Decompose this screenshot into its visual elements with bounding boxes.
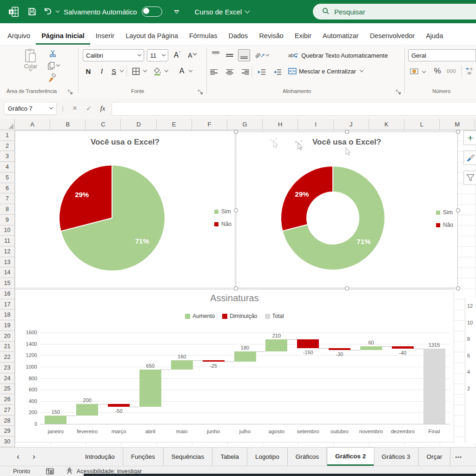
column-header-L[interactable]: L: [404, 119, 440, 130]
cut-button[interactable]: [47, 48, 58, 59]
ribbon-tab-revisao[interactable]: Revisão: [253, 27, 289, 45]
slice-nao[interactable]: [281, 166, 333, 231]
alignment-dialog-launcher[interactable]: [396, 88, 402, 94]
column-header-F[interactable]: F: [192, 119, 227, 130]
column-header-E[interactable]: E: [157, 119, 192, 130]
column-header-C[interactable]: C: [86, 119, 121, 130]
format-painter-button[interactable]: [46, 73, 58, 83]
row-header-16[interactable]: 16: [0, 289, 14, 299]
sheet-tab-introducao[interactable]: Introdução: [77, 448, 123, 466]
italic-button[interactable]: I: [97, 65, 107, 77]
sheet-tab-orcar[interactable]: Orçar: [419, 448, 451, 466]
waterfall-bar-junho[interactable]: [203, 360, 225, 362]
align-top-button[interactable]: [210, 50, 221, 60]
waterfall-bar-marco[interactable]: [108, 404, 130, 407]
waterfall-bar-fevereiro[interactable]: [76, 404, 98, 416]
ribbon-tab-dados[interactable]: Dados: [223, 27, 253, 45]
sheet-nav-prev-icon[interactable]: ‹: [10, 448, 26, 466]
legend-item-diminuicao[interactable]: Diminuição: [222, 313, 257, 319]
align-center-button[interactable]: [224, 67, 235, 77]
bold-button[interactable]: N: [83, 65, 94, 77]
legend-item-sim[interactable]: Sim: [436, 209, 453, 216]
donut-chart[interactable]: Você usa o Excel? 71%29% SimNão: [236, 132, 458, 288]
sheet-tab-graficos[interactable]: Gráficos: [288, 448, 327, 466]
workbook-name[interactable]: Curso de Excel: [195, 8, 250, 16]
row-header-19[interactable]: 19: [0, 320, 14, 331]
increase-indent-button[interactable]: [271, 67, 284, 77]
row-header-20[interactable]: 20: [0, 331, 14, 342]
row-header-18[interactable]: 18: [0, 310, 14, 320]
waterfall-bar-final[interactable]: [423, 349, 445, 424]
save-icon[interactable]: [27, 7, 37, 16]
accounting-format-button[interactable]: [408, 66, 420, 76]
row-header-29[interactable]: 29: [0, 426, 14, 436]
waterfall-bar-maio[interactable]: [171, 360, 193, 370]
column-header-H[interactable]: H: [263, 119, 298, 130]
enter-button[interactable]: ✓: [83, 102, 95, 115]
ribbon-tab-layout-da-pagina[interactable]: Layout da Página: [120, 27, 184, 45]
pie-chart[interactable]: Você usa o Excel? 71%29% SimNão: [15, 131, 235, 288]
row-header-10[interactable]: 10: [0, 225, 14, 236]
column-header-K[interactable]: K: [369, 119, 404, 130]
selection-handle[interactable]: [456, 130, 460, 134]
search-box[interactable]: Pesquisar: [313, 4, 476, 20]
accessibility-icon[interactable]: [66, 468, 73, 475]
ribbon-tab-desenvolvedor[interactable]: Desenvolvedor: [364, 27, 420, 45]
sheet-tabs-overflow[interactable]: •••: [450, 448, 462, 466]
font-size-combo[interactable]: 11: [147, 49, 168, 61]
align-left-button[interactable]: [210, 67, 221, 77]
select-all-corner[interactable]: [0, 119, 15, 130]
borders-dropdown[interactable]: [142, 68, 148, 74]
decrease-indent-button[interactable]: [256, 67, 268, 77]
waterfall-bar-outubro[interactable]: [329, 348, 350, 350]
paste-button[interactable]: Colar: [18, 48, 44, 84]
ribbon-tab-ajuda[interactable]: Ajuda: [420, 27, 449, 45]
font-dialog-launcher[interactable]: [198, 88, 204, 94]
waterfall-bar-julho[interactable]: [234, 351, 256, 362]
percent-style-button[interactable]: %: [431, 65, 443, 77]
align-right-button[interactable]: [238, 67, 249, 77]
row-header-25[interactable]: 25: [0, 384, 14, 395]
legend-item-aumento[interactable]: Aumento: [185, 313, 215, 319]
sheet-tab-graficos-2[interactable]: Gráficos 2: [327, 448, 374, 466]
row-header-8[interactable]: 8: [0, 204, 14, 215]
row-header-11[interactable]: 11: [0, 236, 14, 246]
selection-handle[interactable]: [234, 286, 238, 291]
selection-handle[interactable]: [456, 286, 460, 291]
wrap-text-button[interactable]: ab Quebrar Texto Automaticamente: [288, 50, 388, 60]
partial-chart[interactable]: 12108642: [465, 298, 476, 443]
selection-handle[interactable]: [456, 208, 460, 212]
excel-app-icon[interactable]: X: [7, 6, 20, 18]
column-header-J[interactable]: J: [334, 119, 369, 130]
waterfall-bar-agosto[interactable]: [265, 339, 287, 351]
ribbon-collapse-icon[interactable]: [174, 10, 179, 13]
row-header-7[interactable]: 7: [0, 193, 14, 204]
align-middle-button[interactable]: [224, 50, 235, 60]
sheet-tab-logotipo[interactable]: Logotipo: [247, 448, 288, 466]
macro-record-icon[interactable]: [46, 468, 54, 475]
merge-center-button[interactable]: Mesclar e Centralizar: [288, 66, 363, 76]
row-header-13[interactable]: 13: [0, 257, 14, 268]
chart-styles-button[interactable]: [463, 151, 476, 165]
row-header-14[interactable]: 14: [0, 267, 14, 278]
ribbon-tab-inserir[interactable]: Inserir: [90, 27, 120, 45]
chart-elements-button[interactable]: +: [463, 131, 476, 145]
waterfall-chart[interactable]: Assinaturas AumentoDiminuiçãoTotal 16001…: [15, 289, 454, 443]
legend-item-nao[interactable]: Não: [436, 222, 453, 228]
copy-button[interactable]: [46, 60, 60, 71]
autosave-toggle[interactable]: [142, 7, 162, 17]
borders-button[interactable]: [130, 65, 141, 77]
row-header-1[interactable]: 1: [0, 130, 14, 141]
row-header-12[interactable]: 12: [0, 246, 14, 257]
waterfall-bar-setembro[interactable]: [297, 339, 319, 348]
selection-handle[interactable]: [345, 130, 349, 134]
ribbon-tab-pagina-inicial[interactable]: Página Inicial: [36, 27, 90, 45]
clipboard-dialog-launcher[interactable]: [68, 88, 73, 94]
row-header-5[interactable]: 5: [0, 172, 14, 183]
waterfall-bar-janeiro[interactable]: [45, 416, 66, 424]
column-header-B[interactable]: B: [50, 119, 86, 130]
insert-function-button[interactable]: fx: [97, 102, 109, 115]
waterfall-bar-abril[interactable]: [139, 370, 161, 407]
column-header-M[interactable]: M: [440, 119, 475, 130]
row-header-9[interactable]: 9: [0, 215, 14, 225]
